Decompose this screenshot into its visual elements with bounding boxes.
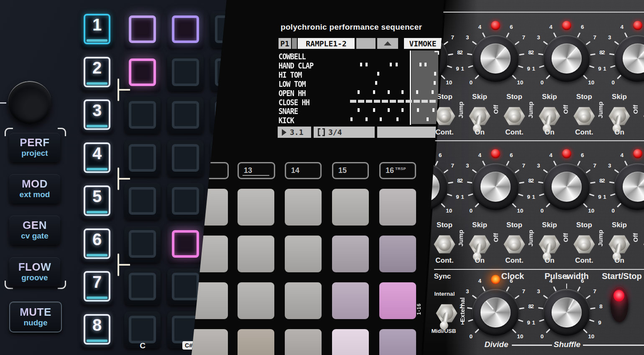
pad[interactable]	[124, 226, 161, 263]
divide-line	[512, 345, 552, 346]
step-button-4[interactable]: 4	[81, 140, 113, 176]
lcd-step-dot	[380, 117, 382, 121]
grid-pad[interactable]	[285, 329, 322, 355]
lcd-track-name-cell[interactable]: RAMPLE1-2	[298, 38, 355, 49]
lcd-step-dot	[434, 72, 436, 76]
lcd-track-row[interactable]: HAND CLAP	[279, 61, 313, 71]
grid-pad[interactable]	[379, 236, 416, 272]
lcd-signature-segment[interactable]: 3/4	[314, 127, 375, 138]
lcd-position-segment[interactable]: 3.1	[278, 127, 311, 138]
grid-pad[interactable]	[191, 329, 228, 355]
knob-scale-label: 3	[604, 34, 615, 41]
mode-button-gen[interactable]: GENcv gate	[9, 216, 60, 245]
grid-pad[interactable]	[285, 189, 322, 226]
pad[interactable]	[124, 183, 161, 220]
pad[interactable]	[167, 11, 204, 48]
switch-top-label: Skip	[612, 93, 627, 101]
grid-pad[interactable]	[379, 282, 416, 319]
pad[interactable]	[124, 140, 161, 177]
lcd-track-row[interactable]: LOW TOM	[279, 79, 306, 89]
knob-scale-label: 10	[586, 79, 597, 86]
grid-pad[interactable]	[379, 329, 416, 355]
switch-side-label: Jump	[527, 101, 534, 118]
pad-surface	[172, 187, 199, 215]
knob-scale-label: 7	[518, 34, 529, 41]
step-button-7[interactable]: 7	[81, 269, 113, 305]
grid-pad[interactable]	[379, 189, 416, 226]
pad[interactable]	[124, 11, 161, 48]
step-button-5[interactable]: 5	[81, 183, 113, 219]
mode-button-perf[interactable]: PERFproject	[9, 133, 60, 162]
lcd-project-cell[interactable]: VIMOKE	[404, 38, 442, 49]
step-button-label: 3	[81, 101, 113, 120]
lcd-track-row[interactable]: HI TOM	[279, 70, 302, 80]
clock-knob-led	[491, 275, 500, 284]
lcd-step-dot	[432, 108, 434, 112]
start-stop-label: Start/Stop	[602, 271, 642, 281]
pad-button-15[interactable]: 15	[332, 162, 369, 179]
knob-scale-label: 4	[616, 152, 627, 158]
step-button-2[interactable]: 2	[81, 54, 113, 91]
knob-scale-label: 10	[515, 208, 526, 214]
pad[interactable]	[124, 54, 161, 91]
pad-button-16[interactable]: 16TRSP	[379, 162, 416, 179]
knob-scale-label: 9	[594, 320, 605, 326]
mode-button-flow[interactable]: FLOWgroove	[9, 257, 60, 287]
mode-button-label: MUTE	[10, 306, 61, 319]
grid-pad[interactable]	[285, 236, 322, 272]
grid-pad[interactable]	[285, 282, 322, 319]
grid-pad[interactable]	[238, 282, 274, 319]
step-button-3[interactable]: 3	[81, 97, 113, 133]
grid-pad[interactable]	[238, 329, 274, 355]
pad-surface	[129, 101, 156, 129]
knob-scale-label: 2	[598, 49, 609, 56]
pad[interactable]	[167, 54, 204, 91]
track-group-marker	[118, 254, 119, 276]
switch-bottom-label: On	[544, 256, 555, 265]
grid-pad[interactable]	[332, 189, 369, 226]
lcd-icon-cell[interactable]	[377, 38, 398, 49]
pad[interactable]	[124, 97, 161, 134]
note-label-c: C	[140, 341, 146, 350]
grid-pad[interactable]	[238, 236, 274, 272]
lcd-track-row[interactable]: OPEN HH	[279, 89, 306, 98]
lcd-spacer-cell[interactable]	[292, 38, 297, 49]
switch-bottom-label: Cont.	[575, 256, 593, 265]
lcd-track-row[interactable]: COWBELL	[279, 52, 306, 61]
pad[interactable]	[167, 140, 204, 177]
mode-button-mute[interactable]: MUTEnudge	[9, 302, 62, 332]
knob-scale-label: 0	[537, 79, 547, 86]
pad-button-14[interactable]: 14	[285, 162, 322, 179]
step-button-label: 5	[81, 187, 113, 206]
lcd-step-dot	[416, 90, 418, 94]
mode-button-mod[interactable]: MODext mod	[9, 174, 60, 203]
pad[interactable]	[167, 226, 204, 263]
rotary-encoder-knob[interactable]	[8, 81, 51, 124]
switch-lever-tip	[441, 114, 448, 121]
pad-button-13[interactable]: 13	[238, 162, 275, 179]
knob-scale-label: 2	[527, 303, 538, 309]
switch-bottom-label: On	[614, 128, 624, 137]
lcd-step-dot	[358, 90, 360, 94]
lcd-track-row[interactable]: KICK	[279, 116, 294, 125]
grid-pad[interactable]	[238, 189, 274, 226]
lcd-blank-cell[interactable]	[356, 38, 376, 49]
lcd-track-row[interactable]: CLOSE HH	[279, 98, 309, 107]
step-button-6[interactable]: 6	[81, 226, 113, 262]
lcd-page-cell[interactable]: P1	[279, 38, 291, 49]
mode-button-sublabel: cv gate	[9, 231, 60, 241]
grid-pad[interactable]	[332, 329, 369, 355]
grid-pad[interactable]	[332, 282, 369, 319]
grid-pad[interactable]	[332, 236, 369, 272]
pad[interactable]	[167, 183, 204, 220]
lcd-track-row[interactable]: SNARE	[279, 106, 298, 116]
knob-scale-label: 1	[599, 194, 610, 200]
switch-lever-tip	[511, 114, 518, 121]
lcd-step-dot	[424, 63, 427, 66]
step-button-8[interactable]: 8	[81, 312, 113, 348]
lcd-empty-segment	[377, 127, 442, 138]
pad[interactable]	[124, 269, 161, 305]
step-button-1[interactable]: 1	[81, 11, 113, 48]
knob-scale-label: 2	[527, 178, 538, 184]
pad[interactable]	[167, 97, 204, 134]
